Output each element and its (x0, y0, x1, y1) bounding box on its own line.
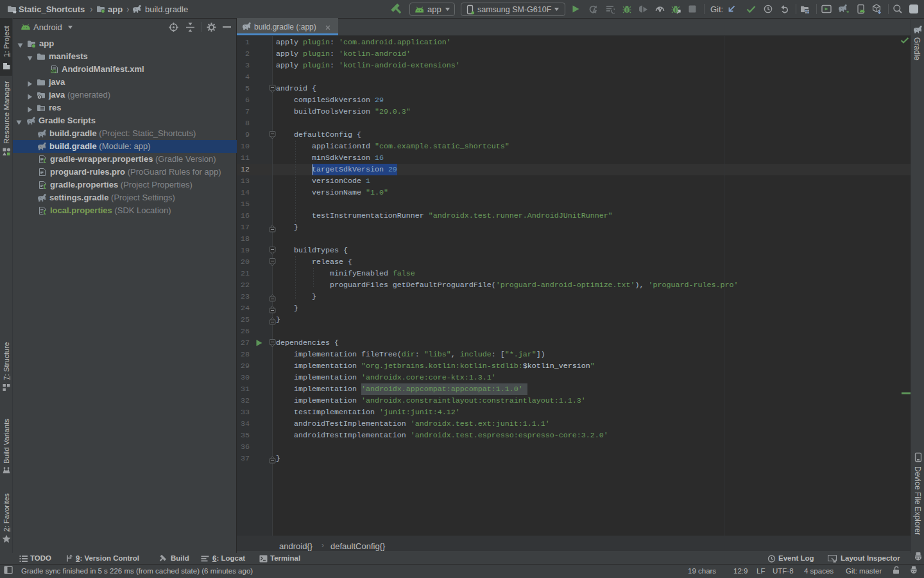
svg-text:MF: MF (51, 69, 56, 73)
